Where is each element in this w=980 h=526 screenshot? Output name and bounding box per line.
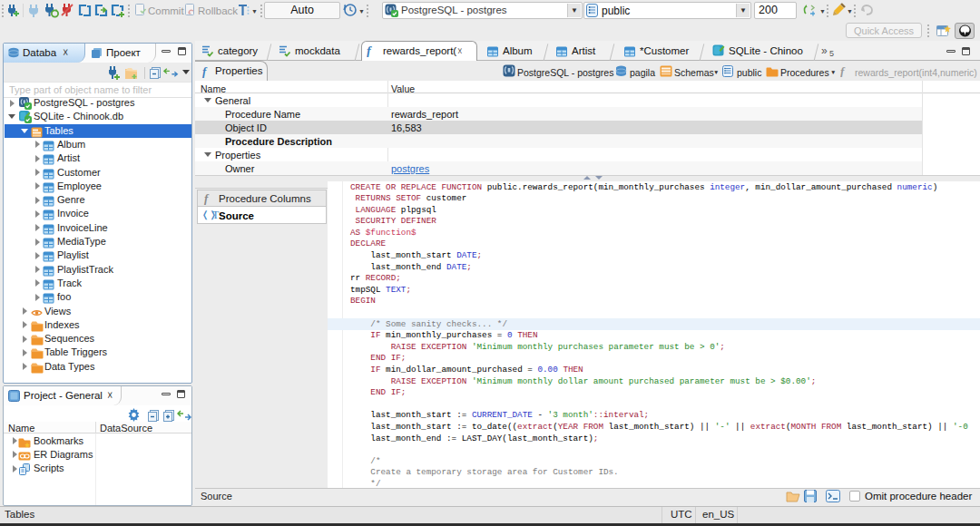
svg-text:f: f [367,44,372,57]
svg-text:f: f [840,65,846,77]
